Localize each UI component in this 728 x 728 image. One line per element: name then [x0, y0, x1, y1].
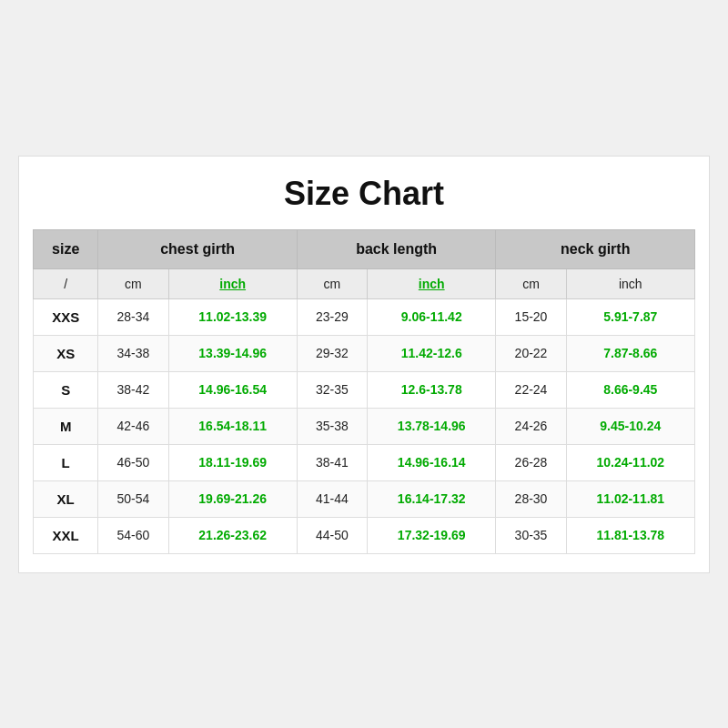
subheader-back-cm: cm: [297, 268, 367, 298]
cell-back-inch: 17.32-19.69: [368, 517, 496, 553]
subheader-neck-inch: inch: [566, 268, 694, 298]
table-row: L46-5018.11-19.6938-4114.96-16.1426-2810…: [34, 444, 695, 480]
cell-chest-inch: 21.26-23.62: [168, 517, 297, 553]
cell-chest-inch: 16.54-18.11: [168, 408, 297, 444]
subheader-chest-inch: inch: [168, 268, 297, 298]
cell-neck-inch: 8.66-9.45: [566, 371, 694, 408]
table-row: XXL54-6021.26-23.6244-5017.32-19.6930-35…: [34, 517, 695, 553]
table-row: XXS28-3411.02-13.3923-299.06-11.4215-205…: [34, 298, 695, 335]
subheader-row: / cm inch cm inch cm inch: [34, 268, 695, 298]
cell-back-inch: 11.42-12.6: [368, 335, 496, 371]
cell-chest-cm: 42-46: [98, 408, 168, 444]
table-row: XS34-3813.39-14.9629-3211.42-12.620-227.…: [34, 335, 695, 371]
cell-chest-cm: 46-50: [98, 444, 168, 480]
cell-chest-inch: 18.11-19.69: [168, 444, 297, 480]
table-row: S38-4214.96-16.5432-3512.6-13.7822-248.6…: [34, 371, 695, 408]
cell-chest-cm: 28-34: [98, 298, 168, 335]
table-row: M42-4616.54-18.1135-3813.78-14.9624-269.…: [34, 408, 695, 444]
cell-back-cm: 44-50: [297, 517, 367, 553]
cell-back-inch: 12.6-13.78: [368, 371, 496, 408]
cell-back-cm: 41-44: [297, 480, 367, 517]
cell-neck-inch: 11.81-13.78: [566, 517, 694, 553]
cell-neck-inch: 10.24-11.02: [566, 444, 694, 480]
cell-neck-cm: 22-24: [496, 371, 566, 408]
cell-neck-cm: 24-26: [496, 408, 566, 444]
header-row: size chest girth back length neck girth: [34, 229, 695, 268]
cell-back-cm: 23-29: [297, 298, 367, 335]
col-size: size: [34, 229, 98, 268]
cell-neck-cm: 15-20: [496, 298, 566, 335]
size-chart-container: Size Chart size chest girth back length …: [18, 156, 710, 573]
cell-chest-inch: 13.39-14.96: [168, 335, 297, 371]
cell-back-cm: 35-38: [297, 408, 367, 444]
cell-back-inch: 13.78-14.96: [368, 408, 496, 444]
cell-back-cm: 32-35: [297, 371, 367, 408]
cell-neck-inch: 7.87-8.66: [566, 335, 694, 371]
cell-size: XXL: [34, 517, 98, 553]
cell-size: S: [34, 371, 98, 408]
cell-neck-inch: 9.45-10.24: [566, 408, 694, 444]
cell-neck-inch: 5.91-7.87: [566, 298, 694, 335]
subheader-chest-cm: cm: [98, 268, 168, 298]
cell-back-cm: 38-41: [297, 444, 367, 480]
cell-size: M: [34, 408, 98, 444]
cell-size: XL: [34, 480, 98, 517]
table-row: XL50-5419.69-21.2641-4416.14-17.3228-301…: [34, 480, 695, 517]
col-neck-girth: neck girth: [496, 229, 695, 268]
cell-neck-cm: 28-30: [496, 480, 566, 517]
cell-chest-cm: 38-42: [98, 371, 168, 408]
subheader-slash: /: [34, 268, 98, 298]
cell-back-inch: 16.14-17.32: [368, 480, 496, 517]
subheader-neck-cm: cm: [496, 268, 566, 298]
cell-chest-inch: 19.69-21.26: [168, 480, 297, 517]
cell-back-inch: 9.06-11.42: [368, 298, 496, 335]
cell-chest-cm: 54-60: [98, 517, 168, 553]
cell-chest-inch: 11.02-13.39: [168, 298, 297, 335]
col-back-length: back length: [297, 229, 496, 268]
chart-title: Size Chart: [33, 175, 695, 213]
subheader-back-inch: inch: [368, 268, 496, 298]
cell-chest-cm: 50-54: [98, 480, 168, 517]
cell-size: XS: [34, 335, 98, 371]
cell-back-inch: 14.96-16.14: [368, 444, 496, 480]
cell-size: XXS: [34, 298, 98, 335]
cell-chest-inch: 14.96-16.54: [168, 371, 297, 408]
size-chart-table: size chest girth back length neck girth …: [33, 229, 695, 554]
cell-neck-cm: 20-22: [496, 335, 566, 371]
cell-chest-cm: 34-38: [98, 335, 168, 371]
cell-neck-inch: 11.02-11.81: [566, 480, 694, 517]
cell-size: L: [34, 444, 98, 480]
col-chest-girth: chest girth: [98, 229, 298, 268]
cell-neck-cm: 26-28: [496, 444, 566, 480]
cell-back-cm: 29-32: [297, 335, 367, 371]
cell-neck-cm: 30-35: [496, 517, 566, 553]
